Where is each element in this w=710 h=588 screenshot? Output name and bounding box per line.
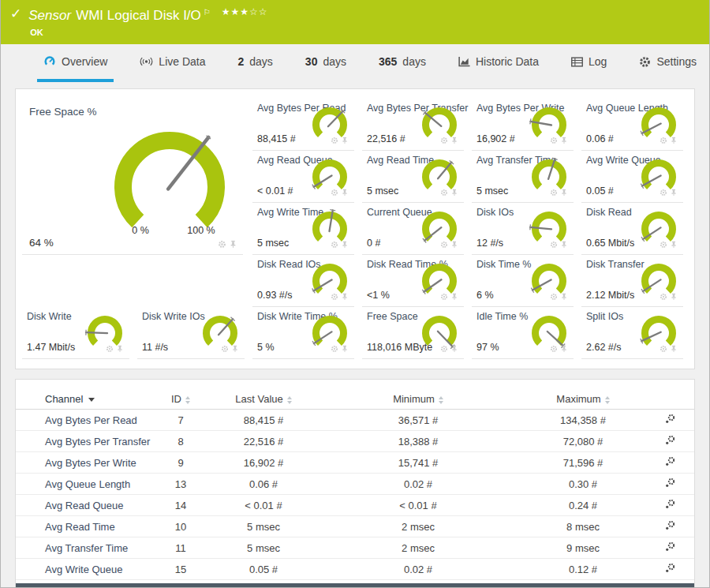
channel-settings-gear-icon[interactable] [665, 478, 675, 490]
gear-icon[interactable] [106, 342, 114, 356]
pin-icon[interactable] [670, 290, 678, 304]
pin-icon[interactable] [670, 185, 678, 200]
gear-icon[interactable] [660, 185, 667, 200]
gauge-cell-free-space-pct[interactable]: Free Space % 0 % 100 % 64 % [22, 99, 243, 255]
tab-365-days[interactable]: 365 days [372, 44, 432, 82]
table-row[interactable]: Avg Bytes Per Write 9 16,902 # 15,741 # … [16, 452, 694, 474]
table-row[interactable]: Avg Bytes Per Transfer 8 22,516 # 18,388… [16, 431, 694, 452]
pin-icon[interactable] [116, 342, 124, 356]
pin-icon[interactable] [450, 342, 458, 356]
gauge-cell-avg-read-time[interactable]: Avg Read Time 5 msec [362, 151, 464, 203]
gauge-cell-avg-bytes-per-read[interactable]: Avg Bytes Per Read 88,415 # [252, 99, 354, 151]
channel-name-cell[interactable]: Avg Queue Length [16, 478, 150, 490]
gauge-cell-disk-transfer[interactable]: Disk Transfer 2.12 Mbit/s [581, 255, 683, 307]
column-header-last-value[interactable]: Last Value [211, 393, 316, 405]
gear-icon[interactable] [660, 238, 667, 252]
table-row[interactable]: Avg Write Queue 15 0.05 # 0.02 # 0.12 # [16, 559, 694, 580]
pin-icon[interactable] [670, 238, 678, 252]
channel-settings-gear-icon[interactable] [665, 456, 675, 469]
gauge-cell-avg-bytes-per-transfer[interactable]: Avg Bytes Per Transfer 22,516 # [362, 99, 464, 151]
gear-icon[interactable] [331, 290, 338, 304]
gauge-cell-avg-transfer-time[interactable]: Avg Transfer Time 5 msec [472, 151, 574, 203]
tab-2-days[interactable]: 2 days [231, 44, 278, 82]
channel-settings-gear-icon[interactable] [665, 541, 675, 554]
gear-icon[interactable] [440, 290, 448, 304]
pin-icon[interactable] [560, 185, 568, 200]
gauge-cell-disk-read-time[interactable]: Disk Read Time % <1 % [362, 255, 464, 307]
pin-icon[interactable] [341, 238, 349, 252]
gear-icon[interactable] [550, 290, 558, 304]
table-row[interactable]: Avg Read Queue 14 < 0.01 # < 0.01 # 0.24… [16, 495, 694, 516]
table-row[interactable]: Avg Transfer Time 11 5 msec 2 msec 9 mse… [16, 537, 694, 559]
gauge-cell-disk-time[interactable]: Disk Time % 6 % [472, 255, 574, 307]
pin-icon[interactable] [341, 290, 349, 304]
gear-icon[interactable] [440, 133, 448, 148]
table-row[interactable]: Avg Queue Length 13 0.06 # 0.02 # 0.30 # [16, 474, 694, 495]
pin-icon[interactable] [341, 185, 349, 200]
pin-icon[interactable] [450, 290, 458, 304]
channel-name-cell[interactable]: Avg Transfer Time [16, 542, 150, 554]
pin-icon[interactable] [231, 342, 239, 356]
channel-name-cell[interactable]: Avg Bytes Per Read [16, 414, 150, 426]
column-header-maximum[interactable]: Maximum [521, 393, 645, 405]
gauge-cell-disk-write-time[interactable]: Disk Write Time % 5 % [252, 307, 354, 359]
flag-icon[interactable]: ⚐ [204, 8, 211, 17]
table-row[interactable]: Avg Bytes Per Read 7 88,415 # 36,571 # 1… [16, 410, 694, 431]
pin-icon[interactable] [341, 133, 349, 148]
pin-icon[interactable] [670, 342, 678, 356]
gear-icon[interactable] [550, 238, 558, 252]
channel-name-cell[interactable]: Avg Read Time [16, 521, 150, 533]
gear-icon[interactable] [331, 342, 338, 356]
tab-live-data[interactable]: Live Data [133, 44, 211, 82]
gear-icon[interactable] [440, 342, 448, 356]
column-header-channel[interactable]: Channel [16, 393, 150, 405]
channel-settings-gear-icon[interactable] [665, 563, 675, 575]
channel-settings-gear-icon[interactable] [665, 435, 675, 448]
pin-icon[interactable] [560, 133, 568, 148]
gear-icon[interactable] [550, 185, 558, 200]
gauge-cell-avg-write-queue[interactable]: Avg Write Queue 0.05 # [581, 151, 683, 203]
gauge-cell-avg-write-time[interactable]: Avg Write Time 5 msec [252, 203, 354, 255]
gear-icon[interactable] [331, 133, 338, 148]
gear-icon[interactable] [221, 342, 229, 356]
gear-icon[interactable] [660, 133, 667, 148]
channel-settings-gear-icon[interactable] [665, 499, 675, 511]
channel-settings-gear-icon[interactable] [665, 414, 675, 426]
gauge-cell-avg-read-queue[interactable]: Avg Read Queue < 0.01 # [252, 151, 354, 203]
gear-icon[interactable] [331, 185, 338, 200]
tab-30-days[interactable]: 30 days [299, 44, 353, 82]
gauge-cell-disk-write-ios[interactable]: Disk Write IOs 11 #/s [137, 307, 245, 359]
gear-icon[interactable] [331, 238, 338, 252]
column-header-id[interactable]: ID [150, 393, 211, 405]
pin-icon[interactable] [450, 185, 458, 200]
gauge-cell-avg-bytes-per-write[interactable]: Avg Bytes Per Write 16,902 # [472, 99, 574, 151]
pin-icon[interactable] [229, 238, 237, 252]
channel-name-cell[interactable]: Avg Read Queue [16, 500, 150, 511]
gear-icon[interactable] [218, 238, 226, 252]
channel-settings-gear-icon[interactable] [665, 520, 675, 533]
pin-icon[interactable] [560, 238, 568, 252]
channel-name-cell[interactable]: Avg Bytes Per Transfer [16, 436, 150, 448]
gear-icon[interactable] [660, 342, 667, 356]
channel-name-cell[interactable]: Avg Write Queue [16, 564, 150, 575]
gear-icon[interactable] [550, 342, 558, 356]
gear-icon[interactable] [440, 185, 448, 200]
pin-icon[interactable] [341, 342, 349, 356]
gauge-cell-avg-queue-length[interactable]: Avg Queue Length 0.06 # [581, 99, 683, 151]
gear-icon[interactable] [440, 238, 448, 252]
gauge-cell-disk-read-ios[interactable]: Disk Read IOs 0.93 #/s [252, 255, 354, 307]
pin-icon[interactable] [670, 133, 678, 148]
tab-historic-data[interactable]: Historic Data [452, 44, 545, 82]
pin-icon[interactable] [560, 342, 568, 356]
pin-icon[interactable] [450, 238, 458, 252]
table-row[interactable]: Avg Read Time 10 5 msec 2 msec 8 msec [16, 516, 694, 537]
gauge-cell-disk-read[interactable]: Disk Read 0.65 Mbit/s [581, 203, 683, 255]
gauge-cell-current-queue[interactable]: Current Queue 0 # [362, 203, 464, 255]
gauge-cell-free-space[interactable]: Free Space 118,016 MByte [362, 307, 464, 359]
pin-icon[interactable] [560, 290, 568, 304]
gauge-cell-split-ios[interactable]: Split IOs 2.62 #/s [581, 307, 683, 359]
rating-stars[interactable]: ★★★☆☆ [222, 6, 268, 17]
gauge-cell-disk-ios[interactable]: Disk IOs 12 #/s [472, 203, 574, 255]
pin-icon[interactable] [450, 133, 458, 148]
column-header-minimum[interactable]: Minimum [316, 393, 521, 405]
